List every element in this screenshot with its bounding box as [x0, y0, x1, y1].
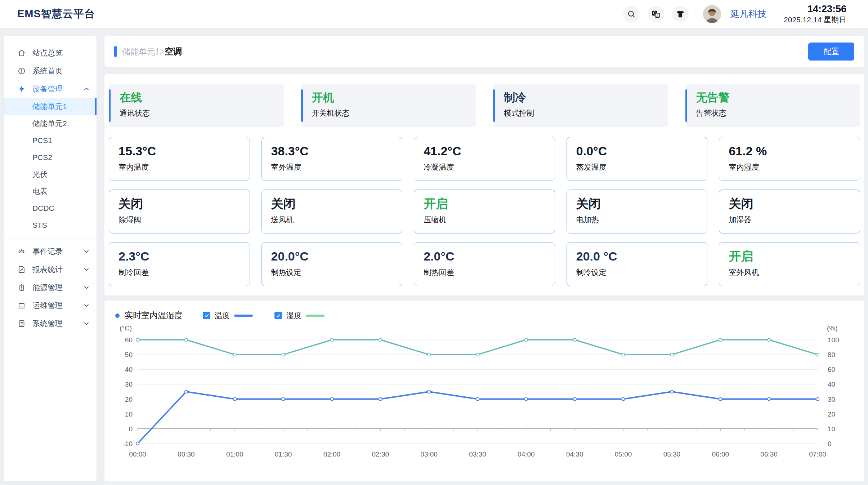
avatar[interactable]: [703, 5, 721, 23]
metric-label: 制冷回差: [118, 267, 250, 277]
metric-card-室外风机: 开启室外风机: [719, 242, 860, 286]
metrics-panel: 在线通讯状态开机开关机状态制冷模式控制无告警告警状态 15.3°C室内温度38.…: [104, 74, 864, 295]
metric-card-室外温度: 38.3°C室外温度: [261, 137, 403, 181]
laptop-icon: [17, 301, 26, 310]
svg-text:80: 80: [828, 351, 835, 359]
app-header: EMS智慧云平台 G文 延凡科技 14:23:56 2025.12.14 星期日: [0, 0, 868, 28]
svg-text:(%): (%): [827, 324, 838, 332]
svg-text:04:00: 04:00: [518, 450, 535, 458]
svg-text:10: 10: [828, 425, 835, 433]
config-button[interactable]: 配置: [808, 43, 854, 61]
status-card-通讯状态: 在线通讯状态: [109, 84, 284, 127]
sidebar-item-设备管理[interactable]: 设备管理: [4, 80, 97, 98]
legend-checkbox-湿度[interactable]: [274, 312, 282, 319]
svg-text:06:30: 06:30: [760, 450, 778, 458]
svg-text:60: 60: [828, 366, 835, 373]
status-value: 在线: [120, 90, 284, 105]
sidebar-item-站点总览[interactable]: 站点总览: [4, 44, 97, 62]
metric-label: 室内湿度: [729, 162, 860, 172]
metric-label: 压缩机: [424, 215, 555, 225]
main-content: 储能单元1> 空调 配置 在线通讯状态开机开关机状态制冷模式控制无告警告警状态 …: [104, 36, 864, 67]
sidebar-subitem-光伏[interactable]: 光伏: [4, 166, 97, 183]
metric-value: 2.0°C: [424, 249, 555, 264]
svg-text:50: 50: [125, 351, 133, 359]
svg-text:04:30: 04:30: [566, 450, 583, 458]
metric-card-冷凝温度: 41.2°C冷凝温度: [414, 137, 555, 181]
sidebar-item-报表统计[interactable]: 报表统计: [4, 261, 97, 279]
metric-card-制热设定: 20.0°C制热设定: [261, 242, 403, 286]
clock: 14:23:56 2025.12.14 星期日: [784, 3, 846, 25]
sidebar-subitem-电表[interactable]: 电表: [4, 183, 97, 200]
metric-value: 开启: [729, 249, 860, 264]
sidebar-item-label: 报表统计: [32, 264, 83, 275]
sidebar-subitem-PCS2[interactable]: PCS2: [4, 149, 97, 166]
metric-value: 0.0°C: [576, 144, 707, 159]
breadcrumb-parent[interactable]: 储能单元1>: [122, 46, 165, 57]
legend-item-温度: 温度: [203, 311, 253, 321]
metric-label: 冷凝温度: [424, 162, 555, 172]
svg-text:20: 20: [828, 410, 835, 418]
svg-text:40: 40: [828, 381, 835, 388]
svg-text:02:00: 02:00: [323, 450, 341, 458]
metric-card-电加热: 关闭电加热: [567, 190, 708, 233]
sidebar-subitem-储能单元1[interactable]: 储能单元1: [4, 98, 97, 115]
metric-value: 61.2 %: [729, 144, 860, 159]
chart-header: 实时室内温湿度 温度湿度: [115, 310, 864, 321]
translate-icon[interactable]: G文: [648, 6, 664, 22]
lightning-icon: [17, 85, 26, 93]
status-value: 无告警: [696, 90, 860, 105]
sidebar-item-label: 能源管理: [32, 282, 83, 293]
chart-panel: 实时室内温湿度 温度湿度 601005080406030402030102001…: [104, 301, 864, 481]
sidebar-subitem-DCDC[interactable]: DCDC: [4, 200, 97, 217]
svg-text:文: 文: [656, 14, 659, 17]
sidebar-subitem-PCS1[interactable]: PCS1: [4, 132, 97, 149]
metric-card-压缩机: 开启压缩机: [414, 190, 555, 233]
metric-label: 蒸发温度: [576, 162, 707, 172]
sidebar-subitem-STS[interactable]: STS: [4, 217, 97, 233]
sidebar-item-运维管理[interactable]: 运维管理: [4, 297, 97, 315]
metric-card-送风机: 关闭送风机: [261, 190, 403, 233]
sidebar-item-label: 站点总览: [32, 48, 90, 58]
breadcrumb: 储能单元1> 空调: [114, 46, 182, 57]
status-value: 制冷: [504, 90, 668, 105]
svg-text:05:30: 05:30: [663, 450, 681, 458]
sidebar-item-系统首页[interactable]: 系统首页: [4, 62, 97, 80]
svg-text:05:00: 05:00: [615, 450, 632, 458]
metric-label: 室外风机: [729, 267, 860, 277]
company-name[interactable]: 延凡科技: [730, 8, 766, 20]
sidebar-subitem-储能单元2[interactable]: 储能单元2: [4, 115, 97, 132]
breadcrumb-current: 空调: [165, 46, 182, 57]
metric-card-蒸发温度: 0.0°C蒸发温度: [567, 137, 708, 181]
sidebar-item-事件记录[interactable]: 事件记录: [4, 239, 97, 261]
metric-label: 除湿阀: [118, 215, 250, 225]
metric-card-制冷回差: 2.3°C制冷回差: [109, 242, 250, 286]
metric-label: 电加热: [576, 215, 707, 225]
metric-value: 关闭: [118, 196, 250, 211]
sidebar-item-label: 事件记录: [32, 246, 83, 257]
legend-item-湿度: 湿度: [274, 311, 325, 321]
breadcrumb-bar: 储能单元1> 空调 配置: [104, 36, 864, 67]
status-card-告警状态: 无告警告警状态: [685, 84, 860, 127]
theme-icon[interactable]: [672, 6, 689, 22]
document-icon: [17, 319, 26, 328]
sidebar-item-系统管理[interactable]: 系统管理: [4, 315, 97, 333]
metric-value: 开启: [424, 196, 555, 211]
sidebar-item-能源管理[interactable]: 能源管理: [4, 279, 97, 297]
status-card-row: 在线通讯状态开机开关机状态制冷模式控制无告警告警状态: [109, 84, 860, 127]
legend-checkbox-温度[interactable]: [203, 312, 210, 319]
metric-value: 20.0 °C: [576, 249, 707, 264]
svg-text:30: 30: [125, 381, 133, 388]
chart-title-dot: [115, 313, 120, 318]
metric-card-制冷设定: 20.0 °C制冷设定: [567, 242, 708, 286]
svg-text:0: 0: [129, 425, 133, 433]
svg-text:00:00: 00:00: [129, 450, 146, 458]
search-icon[interactable]: [623, 6, 640, 22]
legend-swatch: [234, 315, 253, 317]
svg-text:06:00: 06:00: [712, 450, 729, 458]
status-label: 模式控制: [504, 108, 668, 118]
svg-text:02:30: 02:30: [372, 450, 389, 458]
battery-icon: [17, 283, 26, 292]
metric-value: 20.0°C: [271, 249, 402, 264]
metric-label: 室外温度: [271, 162, 402, 172]
dashboard-icon: [17, 67, 26, 75]
